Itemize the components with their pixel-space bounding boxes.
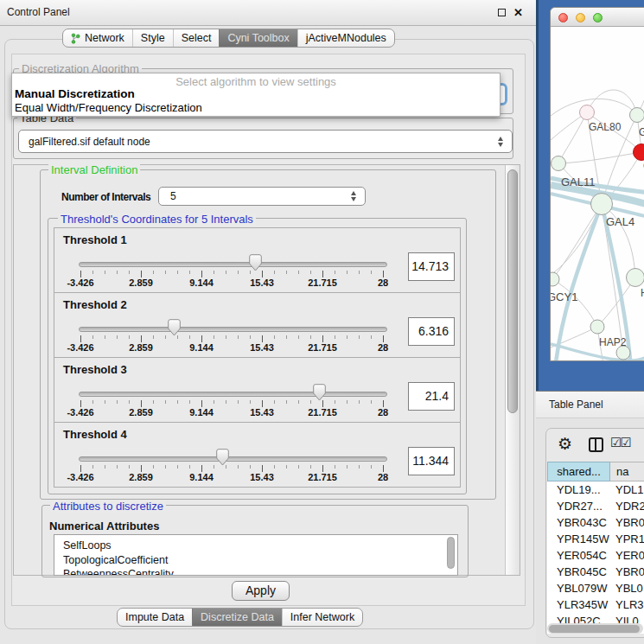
slider-tick: [226, 271, 226, 274]
number-of-intervals-combobox[interactable]: 5: [158, 187, 366, 206]
table-row[interactable]: YLR345WYLR3: [547, 596, 644, 613]
network-graph[interactable]: GAL80 GA GAL11 C GAL4 GCY1 H HAP2: [551, 27, 644, 361]
slider-track[interactable]: [79, 327, 387, 332]
cell-shared-name: YPR145W: [547, 531, 610, 547]
tab-network[interactable]: Network: [63, 29, 132, 47]
slider-tick: [226, 400, 226, 404]
table-row[interactable]: YPR145WYPR1: [547, 531, 644, 547]
slider-track[interactable]: [79, 392, 387, 397]
slider-tick: [335, 271, 335, 274]
attribute-item[interactable]: BetweennessCentrality: [54, 567, 457, 576]
table-row[interactable]: YBR045CYBR0: [547, 564, 644, 580]
slider-thumb[interactable]: [216, 449, 229, 466]
column-header-shared-name[interactable]: shared...: [547, 462, 610, 481]
apply-button[interactable]: Apply: [232, 581, 290, 601]
cell-shared-name: YDL19...: [547, 481, 610, 498]
threshold-coordinates-label: Threshold's Coordinates for 5 Intervals: [58, 213, 256, 226]
slider-tick: [177, 400, 178, 404]
slider-tick: [262, 400, 263, 407]
slider-tick: [250, 335, 251, 339]
slider-tick: [92, 271, 93, 274]
slider-track[interactable]: [79, 456, 387, 462]
slider-tick-label: 9.144: [175, 407, 227, 418]
slider-tick: [165, 271, 166, 274]
slider-tick: [310, 271, 311, 274]
slider-tick: [238, 335, 239, 339]
close-icon[interactable]: ✕: [513, 6, 523, 19]
tab-infer-network[interactable]: Infer Network: [282, 609, 362, 626]
close-traffic-light-icon[interactable]: [558, 13, 568, 22]
slider-tick: [298, 271, 299, 274]
slider-track[interactable]: [79, 262, 387, 267]
algorithm-placeholder: Select algorithm to view settings: [12, 75, 500, 88]
float-icon[interactable]: [498, 9, 506, 16]
cell-name: YLR3: [610, 596, 644, 613]
table-rows: YDL19...YDL1YDR27...YDR2YBR043CYBR0YPR14…: [547, 481, 644, 629]
gear-icon[interactable]: ⚙: [558, 434, 572, 454]
threshold-panel-1: Threshold 1-3.4262.8599.14415.4321.71528…: [54, 227, 461, 293]
tab-select[interactable]: Select: [173, 29, 220, 47]
threshold-value-field[interactable]: 6.316: [408, 317, 455, 346]
slider-tick-label: 2.859: [115, 472, 167, 482]
slider-tick: [371, 465, 372, 469]
horizontal-scrollbar-thumb[interactable]: [549, 625, 640, 633]
slider-tick: [214, 335, 214, 339]
dropdown-option-equal-width[interactable]: Equal Width/Frequency Discretization: [15, 101, 202, 114]
slider-tick: [226, 335, 226, 339]
table-row[interactable]: YBL079WYBL0: [547, 580, 644, 596]
slider-thumb[interactable]: [313, 384, 326, 401]
slider-tick: [80, 335, 81, 342]
attribute-item[interactable]: TopologicalCoefficient: [54, 553, 457, 568]
tab-style[interactable]: Style: [132, 29, 173, 47]
numerical-attributes-list[interactable]: SelfLoopsTopologicalCoefficientBetweenne…: [54, 534, 458, 576]
attribute-item[interactable]: SelfLoops: [54, 539, 457, 553]
slider-tick: [177, 465, 178, 469]
slider-tick: [359, 465, 360, 469]
minimize-traffic-light-icon[interactable]: [576, 13, 585, 22]
slider-tick: [141, 271, 142, 277]
list-scrollbar-thumb[interactable]: [447, 537, 455, 569]
tab-impute-data[interactable]: Impute Data: [118, 609, 192, 626]
table-row[interactable]: YDR27...YDR2: [547, 498, 644, 514]
columns-icon[interactable]: [589, 437, 603, 452]
slider-tick: [274, 335, 275, 339]
slider-tick: [153, 465, 154, 469]
horizontal-scrollbar[interactable]: [547, 623, 643, 634]
threshold-label: Threshold 2: [63, 298, 127, 311]
threshold-value-field[interactable]: 21.4: [408, 382, 455, 411]
slider-tick: [238, 400, 239, 404]
table-row[interactable]: YER054CYER0: [547, 547, 644, 564]
slider-tick: [298, 465, 299, 469]
column-header-name[interactable]: na: [610, 462, 644, 481]
slider-thumb[interactable]: [168, 319, 181, 336]
vertical-scrollbar-thumb[interactable]: [507, 169, 518, 413]
attributes-group-label: Attributes to discretize: [50, 500, 166, 513]
threshold-value-field[interactable]: 14.713: [408, 252, 455, 281]
tab-discretize-data[interactable]: Discretize Data: [192, 609, 282, 626]
table-row[interactable]: YBR043CYBR0: [547, 514, 644, 531]
threshold-value-field[interactable]: 11.344: [408, 447, 455, 475]
slider-tick: [371, 271, 372, 274]
slider-tick: [322, 400, 323, 407]
cell-shared-name: YBR045C: [547, 564, 610, 580]
dropdown-option-manual[interactable]: Manual Discretization: [15, 87, 135, 100]
slider-tick: [80, 271, 81, 277]
table-row[interactable]: YDL19...YDL1: [547, 481, 644, 498]
tab-cyni-toolbox[interactable]: Cyni Toolbox: [219, 29, 296, 47]
slider-tick: [153, 271, 154, 274]
zoom-traffic-light-icon[interactable]: [593, 13, 603, 22]
slider-tick: [286, 400, 287, 404]
slider-tick-label: 21.715: [296, 342, 348, 353]
slider-tick-label: 28: [357, 342, 409, 353]
numerical-attributes-heading: Numerical Attributes: [49, 520, 159, 532]
select-columns-icon[interactable]: ☑☑: [610, 436, 630, 450]
slider-thumb[interactable]: [249, 254, 262, 271]
slider-tick: [347, 335, 348, 339]
node-label-hap2: HAP2: [599, 336, 627, 348]
node-label-gcy1: GCY1: [551, 290, 577, 303]
vertical-scrollbar[interactable]: [505, 165, 520, 575]
slider-tick: [92, 335, 93, 339]
tab-jactivemnodules[interactable]: jActiveMNodules: [297, 29, 394, 47]
table-data-combobox[interactable]: galFiltered.sif default node: [18, 130, 513, 153]
node-label-gal7: GA: [639, 126, 644, 138]
